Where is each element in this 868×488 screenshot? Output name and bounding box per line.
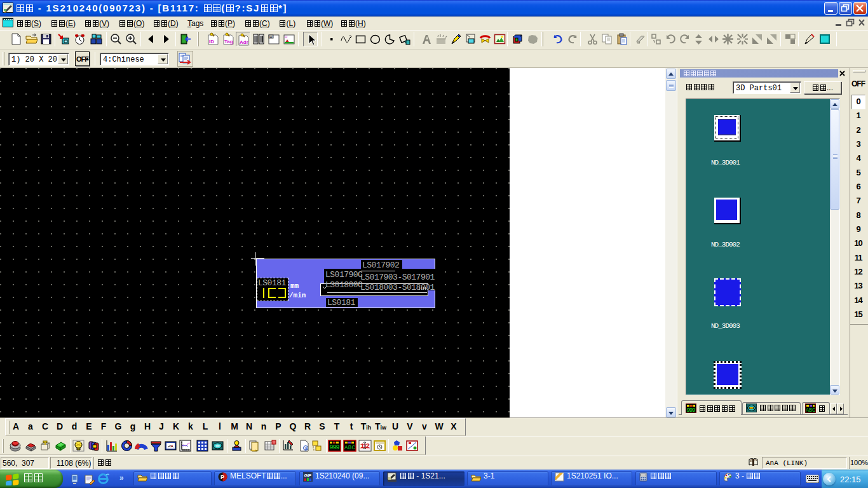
svg-text:ABC: ABC	[344, 445, 356, 451]
svg-text:ID: ID	[209, 39, 214, 44]
svg-text:999: 999	[687, 407, 696, 413]
svg-text:GP: GP	[304, 473, 312, 478]
svg-text:a: a	[305, 446, 308, 451]
svg-text:Tag: Tag	[224, 39, 233, 44]
svg-text:U: U	[285, 35, 287, 39]
svg-text:W: W	[269, 35, 273, 39]
svg-text:ABC: ABC	[806, 407, 815, 414]
svg-text:999: 999	[330, 444, 340, 451]
svg-text:Adr: Adr	[240, 39, 248, 45]
svg-text:P: P	[220, 474, 224, 480]
